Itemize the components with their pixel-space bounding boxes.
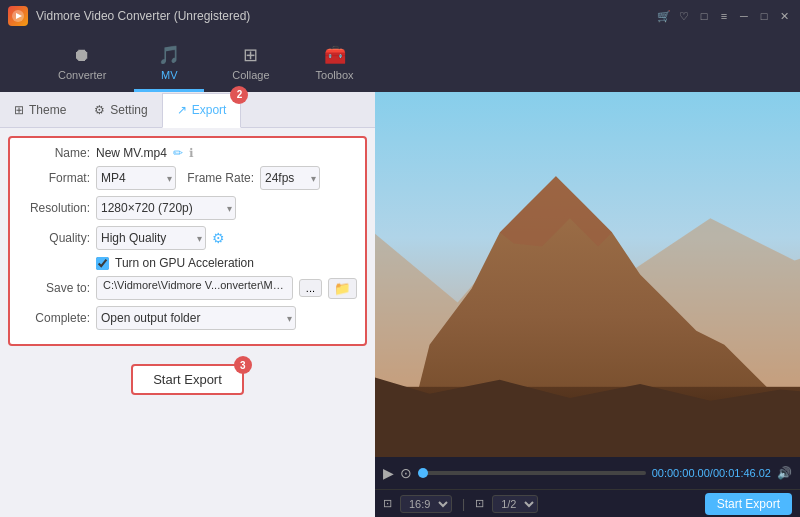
quality-row: Quality: High Quality ⚙: [18, 226, 357, 250]
stop-btn[interactable]: ⊙: [400, 465, 412, 481]
subnav-setting[interactable]: ⚙ Setting: [80, 92, 161, 127]
mv-icon: 🎵: [158, 44, 180, 66]
zoom-icon: ⊡: [475, 497, 484, 510]
theme-icon: ⊞: [14, 103, 24, 117]
tab-collage-label: Collage: [232, 69, 269, 81]
tab-mv-label: MV: [161, 69, 178, 81]
quality-gear-icon[interactable]: ⚙: [212, 230, 225, 246]
subnav-export-label: Export: [192, 103, 227, 117]
saveto-dots-btn[interactable]: ...: [299, 279, 322, 297]
framerate-select[interactable]: 24fps: [260, 166, 320, 190]
app-icon: [8, 6, 28, 26]
msg-btn[interactable]: □: [696, 8, 712, 24]
ratio-select[interactable]: 16:9: [400, 495, 452, 513]
name-value: New MV.mp4: [96, 146, 167, 160]
collage-icon: ⊞: [243, 44, 258, 66]
format-select-wrap: MP4: [96, 166, 176, 190]
resolution-select[interactable]: 1280×720 (720p): [96, 196, 236, 220]
tab-toolbox[interactable]: 🧰 Toolbox: [298, 38, 372, 92]
complete-label: Complete:: [18, 311, 90, 325]
sub-nav: ⊞ Theme ⚙ Setting ↗ Export 2: [0, 92, 375, 128]
win-close[interactable]: ✕: [776, 8, 792, 24]
subnav-setting-label: Setting: [110, 103, 147, 117]
play-btn[interactable]: ▶: [383, 465, 394, 481]
edit-icon[interactable]: ✏: [173, 146, 183, 160]
resolution-row: Resolution: 1280×720 (720p): [18, 196, 357, 220]
saveto-row: Save to: C:\Vidmore\Vidmore V...onverter…: [18, 276, 357, 300]
tab-converter[interactable]: ⏺ Converter: [40, 39, 124, 92]
converter-icon: ⏺: [73, 45, 91, 66]
resolution-select-wrap: 1280×720 (720p): [96, 196, 236, 220]
quality-select-wrap: High Quality: [96, 226, 206, 250]
volume-icon[interactable]: 🔊: [777, 466, 792, 480]
ratio-icon: ⊡: [383, 497, 392, 510]
toolbox-icon: 🧰: [324, 44, 346, 66]
info-icon[interactable]: ℹ: [189, 146, 194, 160]
gpu-label: Turn on GPU Acceleration: [115, 256, 254, 270]
right-panel: ▶ ⊙ 00:00:00.00/00:01:46.02 🔊 ⊡ 16:9 | ⊡…: [375, 92, 800, 517]
gpu-row: Turn on GPU Acceleration: [96, 256, 357, 270]
name-row: Name: New MV.mp4 ✏ ℹ: [18, 146, 357, 160]
complete-select-wrap: Open output folder: [96, 306, 296, 330]
progress-bar[interactable]: [418, 471, 646, 475]
start-export-area: Start Export 3: [0, 354, 375, 405]
subnav-theme-label: Theme: [29, 103, 66, 117]
window-controls: 🛒 ♡ □ ≡ ─ □ ✕: [656, 8, 792, 24]
app-title: Vidmore Video Converter (Unregistered): [36, 9, 656, 23]
zoom-select[interactable]: 1/2: [492, 495, 538, 513]
nav-bar: ⏺ Converter 🎵 MV ⊞ Collage 🧰 Toolbox: [0, 32, 800, 92]
video-toolbar: ⊡ 16:9 | ⊡ 1/2 Start Export: [375, 489, 800, 517]
format-row: Format: MP4 Frame Rate: 24fps: [18, 166, 357, 190]
export-badge: 2: [230, 86, 248, 104]
tab-collage[interactable]: ⊞ Collage: [214, 38, 287, 92]
subnav-export[interactable]: ↗ Export 2: [162, 93, 242, 128]
start-export-left-btn[interactable]: Start Export 3: [131, 364, 244, 395]
tab-toolbox-label: Toolbox: [316, 69, 354, 81]
saveto-path: C:\Vidmore\Vidmore V...onverter\MV Expor…: [96, 276, 293, 300]
quality-select[interactable]: High Quality: [96, 226, 206, 250]
help-btn[interactable]: ♡: [676, 8, 692, 24]
saveto-folder-btn[interactable]: 📁: [328, 278, 357, 299]
resolution-label: Resolution:: [18, 201, 90, 215]
video-area: [375, 92, 800, 457]
mountain-scene: [375, 92, 800, 457]
progress-dot: [418, 468, 428, 478]
saveto-label: Save to:: [18, 281, 90, 295]
complete-select[interactable]: Open output folder: [96, 306, 296, 330]
setting-icon: ⚙: [94, 103, 105, 117]
main-area: ⊞ Theme ⚙ Setting ↗ Export 2 Name: New M…: [0, 92, 800, 517]
win-minimize[interactable]: ─: [736, 8, 752, 24]
format-select[interactable]: MP4: [96, 166, 176, 190]
start-export-badge: 3: [234, 356, 252, 374]
divider-1: |: [462, 497, 465, 511]
minimize-btn[interactable]: 🛒: [656, 8, 672, 24]
tab-mv[interactable]: 🎵 MV: [134, 38, 204, 92]
video-controls: ▶ ⊙ 00:00:00.00/00:01:46.02 🔊: [375, 457, 800, 489]
gpu-checkbox[interactable]: [96, 257, 109, 270]
title-bar: Vidmore Video Converter (Unregistered) 🛒…: [0, 0, 800, 32]
tab-converter-label: Converter: [58, 69, 106, 81]
export-panel: Name: New MV.mp4 ✏ ℹ Format: MP4 Frame R…: [8, 136, 367, 346]
quality-label: Quality:: [18, 231, 90, 245]
subnav-theme[interactable]: ⊞ Theme: [0, 92, 80, 127]
complete-row: Complete: Open output folder: [18, 306, 357, 330]
menu-btn[interactable]: ≡: [716, 8, 732, 24]
export-icon: ↗: [177, 103, 187, 117]
left-panel: ⊞ Theme ⚙ Setting ↗ Export 2 Name: New M…: [0, 92, 375, 517]
win-maximize[interactable]: □: [756, 8, 772, 24]
time-display: 00:00:00.00/00:01:46.02: [652, 467, 771, 479]
start-export-right-btn[interactable]: Start Export: [705, 493, 792, 515]
framerate-select-wrap: 24fps: [260, 166, 320, 190]
format-label: Format:: [18, 171, 90, 185]
framerate-label: Frame Rate:: [182, 171, 254, 185]
name-label: Name:: [18, 146, 90, 160]
